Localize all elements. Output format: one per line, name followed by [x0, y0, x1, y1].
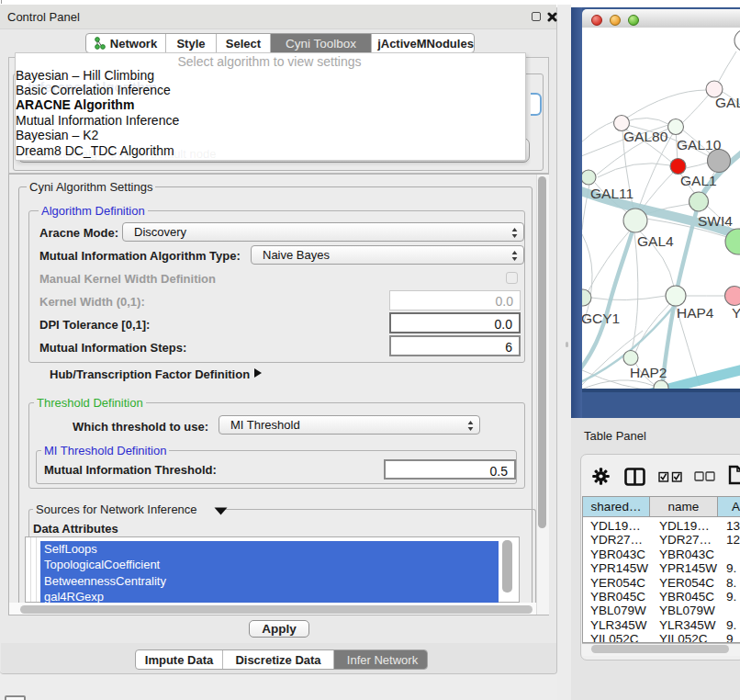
- svg-text:GAL80: GAL80: [623, 129, 668, 144]
- svg-text:SWI4: SWI4: [698, 213, 733, 229]
- svg-text:HAP4: HAP4: [677, 305, 714, 321]
- svg-text:GAL7: GAL7: [715, 95, 740, 110]
- svg-text:HAP2: HAP2: [630, 365, 667, 380]
- svg-text:Y: Y: [732, 305, 740, 321]
- svg-text:GAL1: GAL1: [680, 173, 717, 188]
- svg-text:GAL10: GAL10: [677, 137, 722, 152]
- svg-text:GCY1: GCY1: [582, 310, 620, 326]
- svg-text:GAL4: GAL4: [637, 233, 674, 249]
- svg-text:GAL11: GAL11: [590, 186, 633, 201]
